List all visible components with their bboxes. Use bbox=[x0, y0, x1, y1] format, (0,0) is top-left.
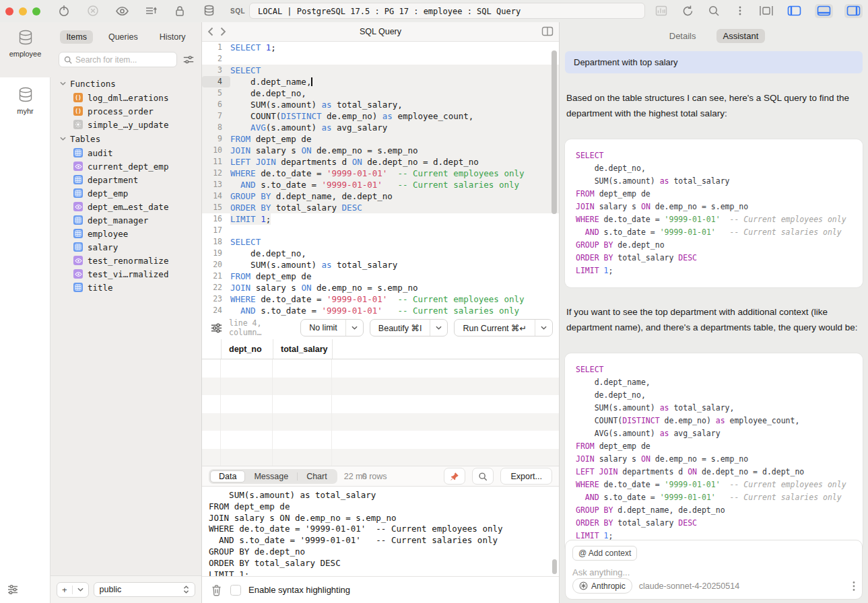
back-icon[interactable] bbox=[207, 27, 213, 36]
chart-icon[interactable] bbox=[654, 3, 669, 18]
tree-item[interactable]: ()log_dml…erations bbox=[51, 91, 201, 104]
disconnect-icon[interactable] bbox=[86, 3, 100, 18]
table-row[interactable] bbox=[202, 395, 559, 413]
editor-line[interactable]: 4 d.dept_name, bbox=[202, 76, 559, 87]
tree-item[interactable]: simple_…y_update bbox=[51, 118, 201, 131]
tree-item[interactable]: department bbox=[51, 173, 201, 186]
preview-eye-icon[interactable] bbox=[114, 3, 129, 18]
tree-item[interactable]: employee bbox=[51, 227, 201, 240]
column-header-total_salary[interactable]: total_salary bbox=[273, 339, 333, 359]
log-list-icon[interactable] bbox=[143, 3, 158, 18]
panel-tab-assistant[interactable]: Assistant bbox=[716, 29, 766, 43]
editor-line[interactable]: 3SELECT bbox=[202, 65, 559, 76]
pin-result-button[interactable] bbox=[444, 468, 465, 485]
tree-item[interactable]: dept_emp bbox=[51, 186, 201, 200]
connection-myhr[interactable]: myhr bbox=[0, 86, 51, 115]
toggle-bottom-panel-icon[interactable] bbox=[815, 4, 833, 18]
table-row[interactable] bbox=[202, 449, 559, 466]
search-icon[interactable] bbox=[706, 3, 721, 18]
editor-line[interactable]: 13 AND s.to_date = '9999-01-01' -- Curre… bbox=[202, 179, 559, 190]
table-row[interactable] bbox=[202, 359, 559, 378]
split-editor-icon[interactable] bbox=[541, 26, 554, 36]
editor-line[interactable]: 20 SUM(s.amount) as total_salary bbox=[202, 259, 559, 271]
refresh-icon[interactable] bbox=[680, 3, 695, 18]
search-results-button[interactable] bbox=[472, 468, 494, 485]
run-current-button[interactable]: Run Current ⌘↵ bbox=[454, 319, 553, 336]
editor-line[interactable]: 16LIMIT 1; bbox=[202, 213, 559, 225]
more-icon[interactable] bbox=[733, 3, 747, 18]
editor-line[interactable]: 10JOIN salary s ON de.emp_no = s.emp_no bbox=[202, 145, 559, 156]
sidebar-tab-items[interactable]: Items bbox=[60, 30, 93, 44]
toggle-left-panel-icon[interactable] bbox=[785, 4, 803, 18]
tree-section-tables[interactable]: Tables bbox=[51, 131, 201, 146]
editor-line[interactable]: 7 COUNT(DISTINCT de.emp_no) as employee_… bbox=[202, 110, 559, 122]
editor-line[interactable]: 22JOIN salary s ON de.emp_no = s.emp_no bbox=[202, 282, 559, 293]
tree-item[interactable]: test_renormalize bbox=[51, 254, 201, 267]
assistant-composer[interactable]: @ Add context Ask anything... Anthropic … bbox=[565, 540, 863, 600]
editor-line[interactable]: 18SELECT bbox=[202, 236, 559, 248]
toggle-right-panel-icon[interactable] bbox=[844, 4, 863, 18]
composer-more-icon[interactable] bbox=[853, 581, 855, 592]
lock-icon[interactable] bbox=[172, 3, 187, 18]
editor-line[interactable]: 17 bbox=[202, 225, 559, 236]
zoom-window-button[interactable] bbox=[32, 7, 40, 15]
message-panel[interactable]: SUM(s.amount) as total_salary FROM dept_… bbox=[202, 487, 559, 576]
editor-line[interactable]: 19 de.dept_no, bbox=[202, 248, 559, 259]
connection-employee[interactable]: employee bbox=[0, 29, 51, 58]
editor-line[interactable]: 6 SUM(s.amount) as total_salary, bbox=[202, 99, 559, 110]
ask-input-placeholder[interactable]: Ask anything... bbox=[572, 567, 855, 577]
editor-line[interactable]: 5 de.dept_no, bbox=[202, 87, 559, 99]
editor-line[interactable]: 24 AND s.to_date = '9999-01-01' -- Curre… bbox=[202, 305, 559, 316]
editor-line[interactable]: 14GROUP BY d.dept_name, de.dept_no bbox=[202, 190, 559, 202]
results-tab-message[interactable]: Message bbox=[245, 470, 297, 483]
results-tab-chart[interactable]: Chart bbox=[298, 470, 336, 483]
rail-filter-icon[interactable] bbox=[6, 583, 20, 596]
tree-item[interactable]: dept_manager bbox=[51, 213, 201, 227]
tree-item[interactable]: current_dept_emp bbox=[51, 159, 201, 173]
sidebar-filter-icon[interactable] bbox=[182, 54, 195, 66]
tree-item[interactable]: test_vi…rmalized bbox=[51, 267, 201, 281]
limit-dropdown[interactable]: No limit bbox=[300, 319, 364, 336]
editor-line[interactable]: 15ORDER BY total_salary DESC bbox=[202, 202, 559, 213]
editor-scrollbar[interactable] bbox=[552, 50, 557, 214]
tree-item[interactable]: salary bbox=[51, 240, 201, 254]
close-window-button[interactable] bbox=[5, 7, 13, 15]
results-tab-data[interactable]: Data bbox=[210, 470, 245, 483]
editor-line[interactable]: 8 AVG(s.amount) as avg_salary bbox=[202, 122, 559, 133]
database-icon[interactable] bbox=[201, 3, 216, 18]
export-button[interactable]: Export... bbox=[500, 468, 552, 485]
syntax-highlight-checkbox[interactable] bbox=[230, 585, 241, 596]
message-scrollbar[interactable] bbox=[552, 559, 557, 574]
table-row[interactable] bbox=[202, 431, 559, 449]
sidebar-tab-queries[interactable]: Queries bbox=[102, 30, 144, 44]
editor-line[interactable]: 9FROM dept_emp de bbox=[202, 133, 559, 145]
sidebar-tab-history[interactable]: History bbox=[154, 30, 192, 44]
forward-icon[interactable] bbox=[220, 27, 226, 36]
editor-line[interactable]: 1SELECT 1; bbox=[202, 42, 559, 53]
provider-select[interactable]: Anthropic bbox=[572, 578, 632, 594]
tree-item[interactable]: audit bbox=[51, 146, 201, 159]
panel-tab-details[interactable]: Details bbox=[663, 29, 703, 43]
connect-icon[interactable] bbox=[57, 3, 71, 18]
editor-line[interactable]: 12WHERE de.to_date = '9999-01-01' -- Cur… bbox=[202, 168, 559, 179]
editor-settings-icon[interactable] bbox=[210, 322, 223, 334]
window-layout-icon[interactable] bbox=[759, 3, 774, 18]
minimize-window-button[interactable] bbox=[19, 7, 27, 15]
column-header-dept_no[interactable]: dept_no bbox=[222, 339, 273, 359]
editor-line[interactable]: 23WHERE de.to_date = '9999-01-01' -- Cur… bbox=[202, 293, 559, 305]
add-item-button[interactable]: + bbox=[57, 582, 89, 598]
beautify-button[interactable]: Beautify ⌘I bbox=[370, 319, 448, 336]
sql-editor[interactable]: 1SELECT 1;23SELECT4 d.dept_name,5 de.dep… bbox=[202, 42, 559, 316]
trash-icon[interactable] bbox=[211, 584, 223, 596]
editor-line[interactable]: 21FROM dept_emp de bbox=[202, 271, 559, 282]
table-row[interactable] bbox=[202, 413, 559, 431]
item-search-input[interactable]: Search for item... bbox=[59, 52, 177, 67]
tree-item[interactable]: dept_em…est_date bbox=[51, 200, 201, 213]
tree-section-functions[interactable]: Functions bbox=[51, 76, 201, 91]
editor-line[interactable]: 2 bbox=[202, 53, 559, 65]
tree-item[interactable]: ()process_order bbox=[51, 104, 201, 118]
table-row[interactable] bbox=[202, 378, 559, 396]
editor-line[interactable]: 11LEFT JOIN departments d ON de.dept_no … bbox=[202, 156, 559, 168]
tree-item[interactable]: title bbox=[51, 281, 201, 294]
schema-select[interactable]: public bbox=[94, 582, 195, 597]
